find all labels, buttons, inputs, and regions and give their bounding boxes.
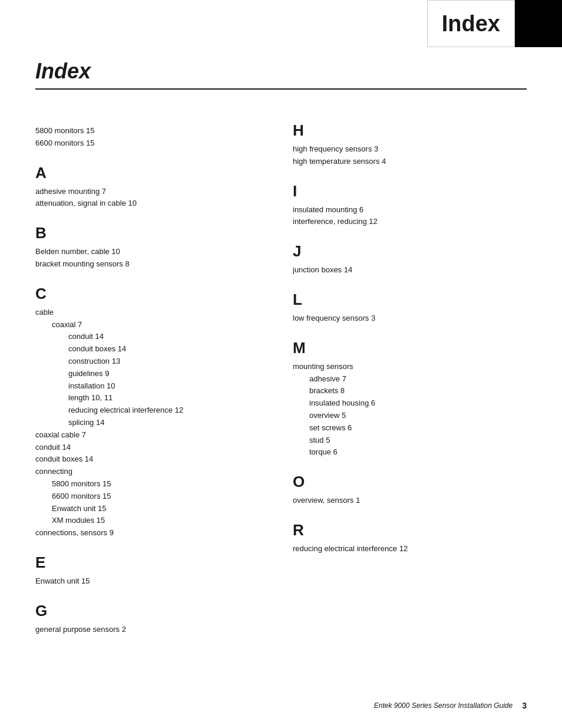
page-footer: Entek 9000 Series Sensor Installation Gu… bbox=[374, 701, 527, 710]
section-G-header: G bbox=[35, 602, 257, 620]
section-J-header: J bbox=[293, 242, 527, 261]
section-E-entries: Enwatch unit 15 bbox=[35, 575, 257, 588]
index-columns: 5800 monitors 15 6600 monitors 15 A adhe… bbox=[35, 107, 527, 636]
section-R-entries: reducing electrical interference 12 bbox=[293, 543, 527, 555]
header-black-decoration bbox=[515, 0, 562, 47]
section-A-header: A bbox=[35, 164, 257, 182]
section-B-header: B bbox=[35, 224, 257, 242]
header-bar: Index bbox=[427, 0, 562, 47]
section-R-header: R bbox=[293, 521, 527, 539]
section-M-entries: mounting sensors adhesive 7 brackets 8 i… bbox=[293, 361, 527, 459]
numeric-entry-1: 6600 monitors 15 bbox=[35, 137, 257, 150]
footer-title: Entek 9000 Series Sensor Installation Gu… bbox=[374, 701, 513, 710]
section-L-entries: low frequency sensors 3 bbox=[293, 312, 527, 325]
page-main-title: Index bbox=[35, 59, 527, 84]
title-rule bbox=[35, 88, 527, 90]
right-column: H high frequency sensors 3 high temperat… bbox=[281, 107, 527, 636]
section-B-entries: Belden number, cable 10 bracket mounting… bbox=[35, 246, 257, 271]
section-A-entries: adhesive mounting 7 attenuation, signal … bbox=[35, 186, 257, 210]
section-L-header: L bbox=[293, 291, 527, 309]
header-title-box: Index bbox=[427, 0, 515, 47]
section-O-entries: overview, sensors 1 bbox=[293, 495, 527, 507]
header-title: Index bbox=[442, 11, 500, 37]
section-C-header: C bbox=[35, 285, 257, 303]
numeric-entry-0: 5800 monitors 15 bbox=[35, 125, 257, 137]
numeric-entries: 5800 monitors 15 6600 monitors 15 bbox=[35, 125, 257, 150]
section-O-header: O bbox=[293, 473, 527, 491]
left-column: 5800 monitors 15 6600 monitors 15 A adhe… bbox=[35, 107, 281, 636]
section-I-entries: insulated mounting 6 interference, reduc… bbox=[293, 204, 527, 229]
section-H-entries: high frequency sensors 3 high temperatur… bbox=[293, 143, 527, 168]
section-I-header: I bbox=[293, 182, 527, 200]
section-H-header: H bbox=[293, 121, 527, 140]
section-J-entries: junction boxes 14 bbox=[293, 264, 527, 276]
page-content: Index 5800 monitors 15 6600 monitors 15 … bbox=[0, 0, 562, 671]
page-number: 3 bbox=[522, 701, 527, 710]
section-G-entries: general purpose sensors 2 bbox=[35, 624, 257, 636]
section-E-header: E bbox=[35, 554, 257, 572]
section-M-header: M bbox=[293, 339, 527, 357]
section-C-entries: cable coaxial 7 conduit 14 conduit boxes… bbox=[35, 307, 257, 539]
